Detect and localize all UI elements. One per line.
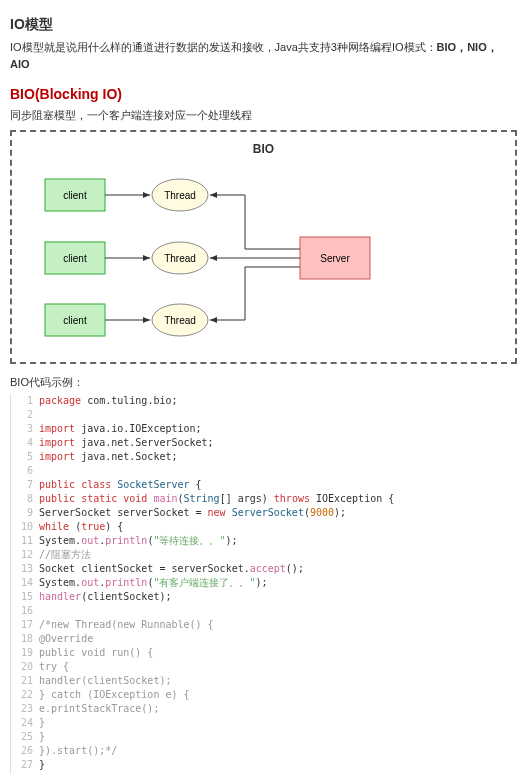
code-line: 15 handler(clientSocket);	[11, 590, 517, 604]
diagram-title: BIO	[20, 140, 507, 158]
code-line: 8 public static void main(String[] args)…	[11, 492, 517, 506]
svg-text:Thread: Thread	[164, 253, 196, 264]
code-title: BIO代码示例：	[10, 374, 517, 391]
code-line: 13 Socket clientSocket = serverSocket.ac…	[11, 562, 517, 576]
svg-text:Server: Server	[320, 253, 350, 264]
code-line: 12 //阻塞方法	[11, 548, 517, 562]
code-line: 6	[11, 464, 517, 478]
code-line: 5import java.net.Socket;	[11, 450, 517, 464]
subsection-title: BIO(Blocking IO)	[10, 84, 517, 105]
code-line: 18 @Override	[11, 632, 517, 646]
code-line: 16	[11, 604, 517, 618]
code-line: 17 /*new Thread(new Runnable() {	[11, 618, 517, 632]
svg-text:client: client	[63, 253, 87, 264]
code-line: 3import java.io.IOException;	[11, 422, 517, 436]
code-line: 10 while (true) {	[11, 520, 517, 534]
svg-text:client: client	[63, 315, 87, 326]
svg-text:client: client	[63, 190, 87, 201]
code-line: 24 }	[11, 716, 517, 730]
code-line: 19 public void run() {	[11, 646, 517, 660]
code-line: 22 } catch (IOException e) {	[11, 688, 517, 702]
section-title: IO模型	[10, 14, 517, 35]
svg-text:Thread: Thread	[164, 190, 196, 201]
subsection-desc: 同步阻塞模型，一个客户端连接对应一个处理线程	[10, 107, 517, 124]
bio-diagram: BIO client client client Thread Thread T…	[10, 130, 517, 364]
code-line: 7public class SocketServer {	[11, 478, 517, 492]
code-line: 21 handler(clientSocket);	[11, 674, 517, 688]
code-line: 1package com.tuling.bio;	[11, 394, 517, 408]
intro-text: IO模型就是说用什么样的通道进行数据的发送和接收，Java共支持3种网络编程IO…	[10, 39, 517, 72]
svg-text:Thread: Thread	[164, 315, 196, 326]
code-line: 23 e.printStackTrace();	[11, 702, 517, 716]
diagram-svg: client client client Thread Thread Threa…	[20, 164, 390, 354]
code-line: 25 }	[11, 730, 517, 744]
code-line: 26 }).start();*/	[11, 744, 517, 758]
code-line: 9 ServerSocket serverSocket = new Server…	[11, 506, 517, 520]
code-line: 14 System.out.println("有客户端连接了。。");	[11, 576, 517, 590]
code-line: 11 System.out.println("等待连接。。");	[11, 534, 517, 548]
code-line: 20 try {	[11, 660, 517, 674]
code-block: 1package com.tuling.bio;23import java.io…	[10, 394, 517, 774]
code-line: 4import java.net.ServerSocket;	[11, 436, 517, 450]
code-line: 27 }	[11, 758, 517, 772]
code-line: 2	[11, 408, 517, 422]
